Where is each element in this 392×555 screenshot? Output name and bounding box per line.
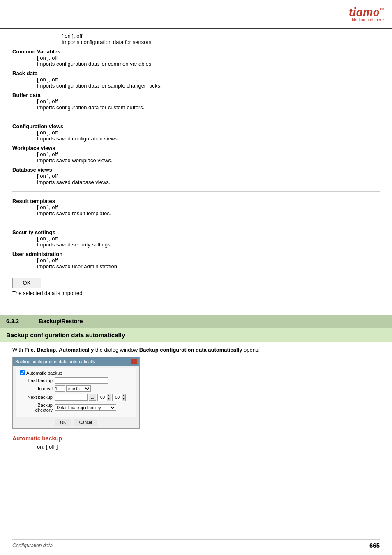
section-sensors: [ on ], off Imports configuration data f… — [12, 33, 380, 45]
database-views-desc: Imports saved database views. — [37, 179, 110, 185]
common-variables-label: Common Variables — [12, 48, 380, 55]
hours-arrows: ▲ ▼ — [107, 394, 111, 401]
hours-up-button[interactable]: ▲ — [107, 394, 111, 397]
sensors-value: [ on ], off — [62, 33, 82, 39]
section-workplace-views: Workplace views [ on ], off Imports save… — [12, 145, 380, 164]
logo-text: tiamo™ — [349, 4, 384, 19]
section-rack-data: Rack data [ on ], off Imports configurat… — [12, 70, 380, 89]
section-config-views: Configuration views [ on ], off Imports … — [12, 123, 380, 142]
database-views-label: Database views — [12, 167, 380, 173]
ok-result-text: The selected data is imported. — [12, 290, 380, 296]
backup-dir-row: Backup directory Default backup director… — [20, 403, 132, 412]
auto-backup-title: Automatic backup — [12, 435, 380, 442]
checkbox-label: Automatic backup — [26, 371, 62, 375]
result-templates-label: Result templates — [12, 198, 380, 204]
automatic-backup-checkbox[interactable] — [20, 370, 25, 375]
buffer-data-desc: Imports configuration data for custom bu… — [37, 104, 144, 111]
database-views-value: [ on ], off — [37, 173, 58, 179]
security-settings-value: [ on ], off — [37, 235, 58, 242]
dialog-titlebar: Backup configuration data automatically … — [13, 357, 139, 366]
top-bar: tiamo™ titration and more — [0, 0, 392, 29]
dialog-close-button[interactable]: × — [131, 359, 137, 364]
dialog-cancel-button[interactable]: Cancel — [74, 419, 97, 426]
logo-tm: ™ — [380, 7, 384, 12]
ok-button[interactable]: OK — [12, 278, 41, 288]
footer: Configuration data 665 — [12, 539, 380, 549]
hours-spinner: ▲ ▼ — [97, 394, 111, 401]
desc-text-1: With — [12, 347, 25, 353]
result-templates-desc: Imports saved result templates. — [37, 210, 111, 216]
desc-bold-2: Backup configuration data automatically — [139, 347, 242, 353]
last-backup-input[interactable] — [55, 377, 108, 384]
footer-right: 665 — [369, 542, 380, 549]
logo-area: tiamo™ titration and more — [349, 4, 384, 22]
browse-button[interactable]: ... — [89, 394, 96, 401]
minutes-up-button[interactable]: ▲ — [122, 394, 125, 397]
minutes-spinner: ▲ ▼ — [112, 394, 126, 401]
auto-backup-section: Automatic backup on, [ off ] — [12, 435, 380, 450]
backup-dir-select[interactable]: Default backup directory — [55, 404, 116, 411]
rack-data-label: Rack data — [12, 70, 380, 76]
divider-1 — [12, 117, 380, 117]
interval-row: Interval month week day — [20, 385, 132, 392]
section-number: 6.3.2 — [6, 318, 31, 325]
dialog-area: Backup configuration data automatically … — [12, 357, 380, 429]
dialog-checkbox-row: Automatic backup — [20, 370, 132, 375]
dialog-window: Backup configuration data automatically … — [12, 357, 140, 429]
dialog-group: Automatic backup Last backup Interval mo… — [16, 368, 136, 417]
next-backup-input[interactable] — [55, 394, 88, 401]
workplace-views-label: Workplace views — [12, 145, 380, 151]
section-user-admin: User administration [ on ], off Imports … — [12, 251, 380, 269]
config-views-label: Configuration views — [12, 123, 380, 129]
description-area: With File, Backup, Automatically the dia… — [12, 347, 380, 353]
interval-label: Interval — [20, 386, 53, 391]
section-632-header: 6.3.2 Backup/Restore — [0, 315, 392, 328]
next-backup-row: Next backup ... ▲ ▼ — [20, 394, 132, 401]
security-settings-desc: Imports saved security settings. — [37, 242, 112, 248]
minutes-down-button[interactable]: ▼ — [122, 397, 125, 401]
hours-input[interactable] — [98, 394, 107, 401]
logo-name: tiamo — [349, 4, 380, 19]
user-admin-value: [ on ], off — [37, 257, 58, 263]
section-buffer-data: Buffer data [ on ], off Imports configur… — [12, 92, 380, 111]
footer-left: Configuration data — [12, 543, 53, 548]
buffer-data-label: Buffer data — [12, 92, 380, 98]
section-security-settings: Security settings [ on ], off Imports sa… — [12, 229, 380, 248]
config-views-desc: Imports saved configuration views. — [37, 136, 119, 142]
sensors-desc: Imports configuration data for sensors. — [62, 39, 153, 45]
main-content: [ on ], off Imports configuration data f… — [0, 29, 392, 306]
desc-text-2: the dialog window — [94, 347, 139, 353]
interval-input[interactable] — [55, 385, 65, 392]
rack-data-desc: Imports configuration data for sample ch… — [37, 83, 161, 89]
description-paragraph: With File, Backup, Automatically the dia… — [12, 347, 380, 353]
logo-sub: titration and more — [349, 18, 384, 22]
section-common-variables: Common Variables [ on ], off Imports con… — [12, 48, 380, 67]
dialog-ok-button[interactable]: OK — [55, 419, 71, 426]
result-templates-value: [ on ], off — [37, 204, 58, 210]
common-variables-desc: Imports configuration data for common va… — [37, 61, 153, 67]
interval-unit-select[interactable]: month week day — [66, 385, 91, 392]
divider-3 — [12, 223, 380, 223]
subsection-header: Backup configuration data automatically — [0, 328, 392, 342]
buffer-data-value: [ on ], off — [37, 98, 58, 104]
desc-text-3: opens: — [242, 347, 260, 353]
ok-button-container: OK The selected data is imported. — [12, 278, 380, 296]
hours-down-button[interactable]: ▼ — [107, 397, 111, 401]
rack-data-value: [ on ], off — [37, 76, 58, 83]
dialog-button-row: OK Cancel — [16, 419, 136, 426]
section-database-views: Database views [ on ], off Imports saved… — [12, 167, 380, 185]
common-variables-value: [ on ], off — [37, 55, 58, 61]
workplace-views-desc: Imports saved workplace views. — [37, 157, 113, 164]
minutes-arrows: ▲ ▼ — [122, 394, 125, 401]
divider-2 — [12, 191, 380, 192]
config-views-value: [ on ], off — [37, 129, 58, 136]
next-backup-label: Next backup — [20, 395, 53, 400]
dialog-body: Automatic backup Last backup Interval mo… — [13, 366, 139, 428]
dialog-title: Backup configuration data automatically — [15, 359, 95, 364]
user-admin-desc: Imports saved user administration. — [37, 263, 119, 269]
user-admin-label: User administration — [12, 251, 380, 257]
minutes-input[interactable] — [113, 394, 122, 401]
workplace-views-value: [ on ], off — [37, 151, 58, 157]
backup-dir-label: Backup directory — [20, 403, 53, 412]
auto-backup-value: on, [ off ] — [37, 444, 380, 450]
